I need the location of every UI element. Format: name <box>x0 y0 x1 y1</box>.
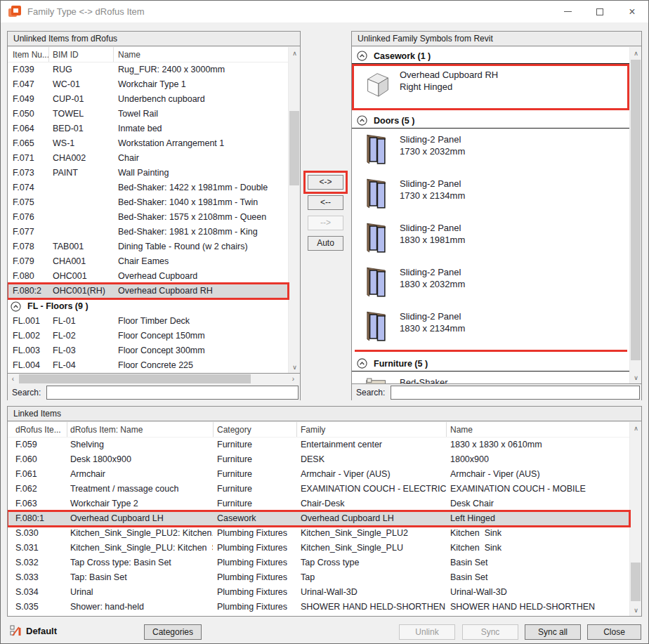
drofus-item-row[interactable]: F.079 CHA001 Chair Eames <box>8 254 288 269</box>
column-header-item-number[interactable]: Item Nu... <box>8 47 49 62</box>
auto-link-button[interactable]: Auto <box>308 236 343 251</box>
drofus-app-icon <box>8 6 21 18</box>
linked-item-row[interactable]: F.080:1 Overhead Cupboard LH Casework Ov… <box>8 511 629 526</box>
column-header-drofus-item-name[interactable]: dRofus Item: Name <box>67 422 213 437</box>
linked-item-row[interactable]: S.035 Shower: hand-held Plumbing Fixture… <box>8 600 629 615</box>
revit-symbol-item[interactable]: Overhead Cupboard RHRight Hinged <box>352 64 629 110</box>
cell-name: Towel Rail <box>114 107 288 121</box>
column-header-category[interactable]: Category <box>213 422 296 437</box>
cell-drofus-item-name: Urinal <box>67 585 213 600</box>
maximize-button[interactable] <box>584 1 616 22</box>
linked-item-row[interactable]: S.033 Tap: Basin Set Plumbing Fixtures T… <box>8 570 629 585</box>
scroll-up-icon[interactable]: ∧ <box>289 47 300 59</box>
left-horizontal-scrollbar[interactable]: ‹ › <box>8 374 300 384</box>
cell-item-number: FL.001 <box>8 314 49 329</box>
drofus-item-row[interactable]: FL.002 FL-02 Floor Concept 150mm <box>8 329 288 343</box>
column-header-name[interactable]: Name <box>114 47 288 62</box>
categories-button[interactable]: Categories <box>144 624 202 640</box>
linked-item-row[interactable]: F.061 Armchair Furniture Armchair - Vipe… <box>8 467 629 482</box>
scroll-left-icon[interactable]: ‹ <box>8 374 18 384</box>
scrollbar-thumb[interactable] <box>631 563 641 601</box>
scroll-up-icon[interactable]: ∧ <box>630 47 641 59</box>
linked-item-row[interactable]: F.062 Treatment / massage couch Furnitur… <box>8 482 629 497</box>
drofus-item-row[interactable]: F.047 WC-01 Workchair Type 1 <box>8 77 288 92</box>
drofus-item-row[interactable]: F.080 OHC001 Overhead Cupboard <box>8 269 288 284</box>
drofus-item-row[interactable]: FL.003 FL-03 Floor Concept 300mm <box>8 343 288 358</box>
scroll-down-icon[interactable]: ∨ <box>630 372 641 383</box>
cell-item-number: F.047 <box>8 77 49 92</box>
collapse-icon[interactable] <box>357 51 367 61</box>
scrollbar-thumb[interactable] <box>631 60 641 360</box>
drofus-item-row[interactable]: F.049 CUP-01 Underbench cupboard <box>8 92 288 107</box>
sync-all-button[interactable]: Sync all <box>525 624 581 640</box>
column-header-drofus-item[interactable]: dRofus Ite... <box>8 422 67 437</box>
unlinked-revit-panel: Unlinked Family Symbols from Revit Casew… <box>351 31 642 400</box>
cell-drofus-item-name: Overhead Cupboard LH <box>67 511 213 526</box>
scrollbar-thumb[interactable] <box>19 374 251 383</box>
group-header-furniture[interactable]: Furniture (5 ) <box>352 356 629 372</box>
linked-item-row[interactable]: S.030 Kitchen_Sink_Single_PLU2: Kitchen.… <box>8 526 629 541</box>
collapse-icon[interactable] <box>11 301 21 312</box>
right-vertical-scrollbar[interactable]: ∧ ∨ <box>629 47 641 383</box>
collapse-icon[interactable] <box>357 358 367 369</box>
left-search-row: Search: <box>8 384 300 401</box>
scroll-down-icon[interactable]: ∨ <box>630 604 641 616</box>
revit-symbol-item[interactable]: Sliding-2 Panel1730 x 2032mm <box>352 129 629 173</box>
cell-drofus-item-name: Kitchen_Sink_Single_PLU2: Kitchen... <box>67 526 213 541</box>
annotation-red-line <box>355 350 627 352</box>
revit-symbol-item[interactable]: Sliding-2 Panel1730 x 2134mm <box>352 173 629 217</box>
cell-family: Tap Cross type <box>296 556 446 570</box>
revit-symbol-item[interactable]: Sliding-2 Panel1830 x 1981mm <box>352 217 629 261</box>
column-header-name[interactable]: Name <box>446 422 629 437</box>
revit-symbol-item[interactable]: Sliding-2 Panel1830 x 2134mm <box>352 305 629 350</box>
linked-item-row[interactable]: F.063 Workchair Type 2 Furniture Chair-D… <box>8 497 629 511</box>
cell-name: Basin Set <box>446 570 629 585</box>
cell-category: Furniture <box>213 482 296 497</box>
drofus-item-row[interactable]: F.080:2 OHC001(RH) Overhead Cupboard RH <box>8 284 288 298</box>
link-right-button: --> <box>308 216 343 230</box>
drofus-item-row[interactable]: F.039 RUG Rug_FUR: 2400 x 3000mm <box>8 63 288 77</box>
drofus-item-row[interactable]: F.073 PAINT Wall Painting <box>8 166 288 180</box>
scroll-right-icon[interactable]: › <box>288 374 299 384</box>
minimize-button[interactable] <box>551 1 584 22</box>
column-header-bim-id[interactable]: BIM ID <box>49 47 114 62</box>
revit-symbol-item[interactable]: Sliding-2 Panel1830 x 2032mm <box>352 261 629 305</box>
link-both-button[interactable]: <-> <box>308 175 343 190</box>
column-header-family[interactable]: Family <box>296 422 446 437</box>
group-header-doors[interactable]: Doors (5 ) <box>352 113 629 129</box>
drofus-item-row[interactable]: F.050 TOWEL Towel Rail <box>8 107 288 121</box>
drofus-search-input[interactable] <box>46 386 299 400</box>
drofus-item-row[interactable]: F.071 CHA002 Chair <box>8 151 288 166</box>
collapse-icon[interactable] <box>357 115 367 126</box>
linked-item-row[interactable]: F.060 Desk 1800x900 Furniture DESK 1800x… <box>8 452 629 467</box>
close-button[interactable]: × <box>616 1 648 22</box>
scroll-up-icon[interactable]: ∧ <box>630 422 641 434</box>
left-vertical-scrollbar[interactable]: ∧ ∨ <box>288 47 300 373</box>
scrollbar-thumb[interactable] <box>289 111 299 185</box>
drofus-item-row[interactable]: F.065 WS-1 Workstation Arrangement 1 <box>8 136 288 151</box>
drofus-item-row[interactable]: F.074 Bed-Shaker: 1422 x 1981mm - Double <box>8 180 288 195</box>
revit-symbol-item[interactable]: Bed-Shaker <box>352 372 629 384</box>
linked-item-row[interactable]: S.032 Tap Cross type: Basin Set Plumbing… <box>8 556 629 570</box>
group-header-casework[interactable]: Casework (1 ) <box>352 48 629 64</box>
drofus-item-row[interactable]: F.076 Bed-Shaker: 1575 x 2108mm - Queen <box>8 210 288 225</box>
linked-vertical-scrollbar[interactable]: ∧ ∨ <box>629 422 641 616</box>
link-left-button[interactable]: <-- <box>308 195 343 210</box>
drofus-item-row[interactable]: F.077 Bed-Shaker: 1981 x 2108mm - King <box>8 225 288 239</box>
close-dialog-button[interactable]: Close <box>587 624 641 640</box>
drofus-item-row[interactable]: FL.004 FL-04 Floor Concrete 225 <box>8 358 288 373</box>
group-header-fl-floors[interactable]: FL - Floors (9 ) <box>8 298 288 314</box>
linked-item-row[interactable]: S.031 Kitchen_Sink_Single_PLU: Kitchen S… <box>8 541 629 556</box>
drofus-item-row[interactable]: FL.001 FL-01 Floor Timber Deck <box>8 314 288 329</box>
linked-item-row[interactable]: F.059 Shelving Furniture Entertainment c… <box>8 438 629 452</box>
drofus-item-row[interactable]: F.064 BED-01 Inmate bed <box>8 121 288 136</box>
cell-bim-id: TOWEL <box>49 107 114 121</box>
cell-category: Plumbing Fixtures <box>213 526 296 541</box>
unlinked-revit-title: Unlinked Family Symbols from Revit <box>352 32 641 46</box>
drofus-item-row[interactable]: F.075 Bed-Shaker: 1040 x 1981mm - Twin <box>8 195 288 210</box>
cell-item-number: F.080 <box>8 269 49 284</box>
scroll-down-icon[interactable]: ∨ <box>289 361 300 373</box>
linked-item-row[interactable]: S.034 Urinal Plumbing Fixtures Urinal-Wa… <box>8 585 629 600</box>
drofus-item-row[interactable]: F.078 TAB001 Dining Table - Round (w 2 c… <box>8 239 288 254</box>
revit-search-input[interactable] <box>391 386 640 400</box>
